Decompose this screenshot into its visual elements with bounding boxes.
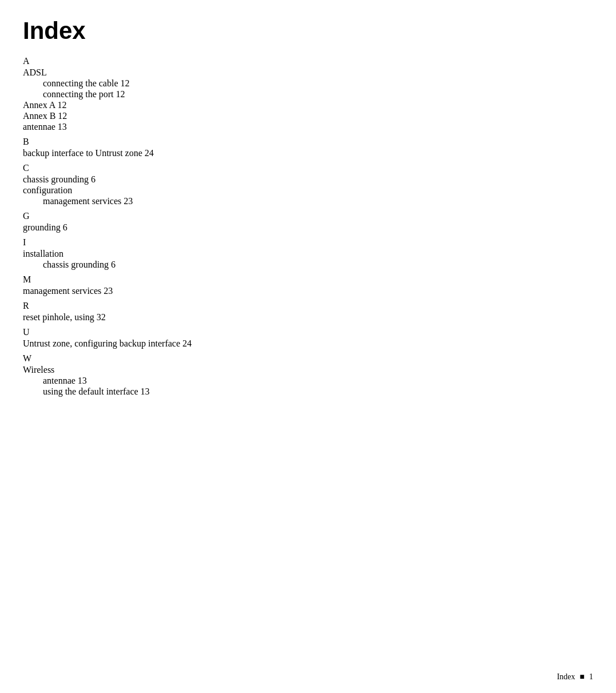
section-letter-i: I [23,237,593,248]
index-entry: antennae 13 [23,122,593,132]
index-entry: installation [23,249,593,259]
section-letter-b: B [23,137,593,147]
index-entry: chassis grounding 6 [23,260,593,270]
section-letter-m: M [23,274,593,285]
section-letter-c: C [23,163,593,173]
index-entry: backup interface to Untrust zone 24 [23,148,593,158]
page-title: Index [23,17,593,45]
footer-text: Index [557,672,575,682]
index-content: AADSLconnecting the cable 12connecting t… [23,56,593,397]
index-entry: connecting the cable 12 [23,78,593,89]
index-entry: grounding 6 [23,222,593,233]
index-entry: Annex A 12 [23,100,593,110]
footer-page: 1 [589,672,593,682]
index-entry: chassis grounding 6 [23,174,593,185]
footer: Index ■ 1 [557,672,593,682]
section-letter-r: R [23,301,593,311]
section-letter-g: G [23,211,593,221]
index-entry: management services 23 [23,196,593,206]
index-entry: management services 23 [23,286,593,296]
index-entry: ADSL [23,67,593,78]
footer-bullet: ■ [580,672,585,682]
index-entry: antennae 13 [23,376,593,386]
index-entry: using the default interface 13 [23,387,593,397]
section-letter-w: W [23,353,593,364]
index-entry: Annex B 12 [23,111,593,121]
section-letter-u: U [23,327,593,337]
index-entry: Wireless [23,365,593,375]
index-entry: configuration [23,185,593,196]
index-entry: connecting the port 12 [23,89,593,99]
index-entry: reset pinhole, using 32 [23,312,593,322]
section-letter-a: A [23,56,593,66]
index-entry: Untrust zone, configuring backup interfa… [23,338,593,349]
